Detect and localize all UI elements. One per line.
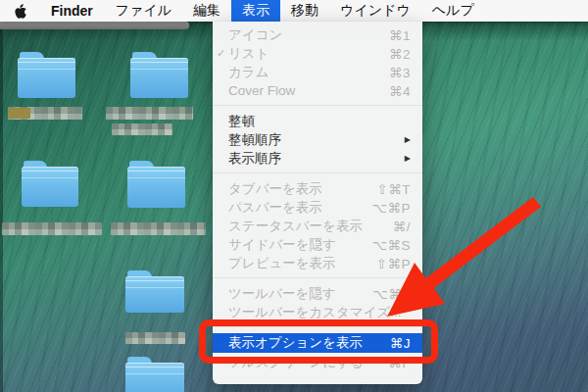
apple-menu[interactable] — [0, 0, 39, 22]
menu-item-label: 整頓順序 — [228, 131, 395, 149]
menu-item-shortcut: ⌘2 — [389, 46, 411, 62]
folder-body — [22, 167, 78, 207]
menu-item-shortcut: ⇧⌘P — [376, 256, 411, 271]
menubar-items: Finderファイル編集表示移動ウインドウヘルプ — [39, 0, 485, 22]
menu-item-shortcut: ⌘4 — [389, 83, 411, 99]
folder-body — [127, 167, 185, 208]
folder-body — [130, 58, 188, 98]
menu-item-label: 表示順序 — [228, 150, 395, 168]
screen: Finderファイル編集表示移動ウインドウヘルプ アイコン⌘1✓リスト⌘2カラム… — [0, 0, 588, 392]
annotation-highlight-box — [199, 319, 438, 364]
desktop-folder[interactable] — [127, 161, 185, 208]
menu-item-label: プレビューを表示 — [228, 255, 367, 272]
menu-item-label: タブバーを表示 — [228, 180, 367, 198]
menu-separator — [213, 105, 422, 106]
menu-item-show-status-bar: ステータスバーを表示⌘/ — [213, 217, 422, 235]
folder-body — [125, 363, 184, 392]
desktop-folder[interactable] — [125, 270, 184, 313]
menu-item-label: 整頓 — [228, 113, 411, 130]
folder-body — [18, 58, 75, 98]
menu-item-hide-toolbar: ツールバーを隠す⌥⌘T — [213, 284, 422, 303]
menu-item-shortcut: ⌥⌘T — [372, 286, 411, 302]
redacted-file-label — [111, 222, 206, 235]
submenu-arrow-icon: ▶ — [405, 154, 411, 163]
redacted-label-fragment — [8, 108, 30, 119]
menu-item-shortcut: ⌘1 — [389, 27, 411, 43]
desktop-folder[interactable] — [18, 52, 75, 98]
menu-item-label: Cover Flow — [228, 83, 379, 98]
wallpaper-left-edge — [0, 22, 3, 392]
menu-item-shortcut: ⇧⌘T — [376, 181, 411, 197]
menu-item-shortcut: ⌘3 — [389, 65, 411, 80]
submenu-arrow-icon: ▶ — [405, 135, 411, 144]
menu-item-label: ツールバーをカスタマイズ... — [228, 304, 411, 321]
menu-item-show-path-bar: パスバーを表示⌥⌘P — [213, 198, 422, 217]
folder-body — [125, 276, 184, 313]
redacted-file-label — [2, 222, 102, 235]
menubar-item-finder[interactable]: Finder — [39, 0, 105, 22]
redacted-file-label — [8, 107, 82, 120]
menu-item-label: サイドバーを隠す — [228, 236, 362, 254]
checkmark-icon: ✓ — [217, 47, 225, 60]
menubar-item-help[interactable]: ヘルプ — [421, 0, 485, 22]
menu-item-shortcut: ⌘/ — [393, 219, 411, 234]
menu-item-icon-view: アイコン⌘1 — [213, 25, 422, 44]
menu-item-shortcut: ⌥⌘S — [371, 237, 411, 253]
desktop-folder[interactable] — [125, 357, 184, 392]
menu-item-label: カラム — [228, 64, 379, 81]
menu-item-list-view: ✓リスト⌘2 — [213, 44, 422, 63]
menu-item-clean-up[interactable]: 整頓 — [213, 112, 422, 130]
menu-item-show-tab-bar: タブバーを表示⇧⌘T — [213, 179, 422, 198]
desktop-folder[interactable] — [130, 52, 188, 98]
redacted-file-label — [106, 107, 193, 120]
menubar-item-window[interactable]: ウインドウ — [329, 0, 421, 22]
menu-item-shortcut: ⌥⌘P — [371, 200, 411, 216]
desktop-folder[interactable] — [22, 161, 78, 207]
menu-item-hide-sidebar: サイドバーを隠す⌥⌘S — [213, 235, 422, 254]
menubar-item-edit[interactable]: 編集 — [182, 0, 231, 22]
redacted-file-label — [112, 123, 172, 135]
menu-item-label: ツールバーを隠す — [228, 285, 363, 303]
menu-item-show-preview: プレビューを表示⇧⌘P — [213, 254, 422, 272]
menu-item-label: リスト — [228, 45, 379, 63]
menu-item-sort-by[interactable]: 表示順序▶ — [213, 149, 422, 168]
menu-separator — [213, 277, 422, 278]
menubar-item-go[interactable]: 移動 — [280, 0, 329, 22]
apple-logo-icon — [15, 4, 27, 19]
menu-separator — [213, 172, 422, 173]
background-window-edge — [0, 22, 189, 29]
redacted-file-label — [125, 332, 185, 344]
menu-bar: Finderファイル編集表示移動ウインドウヘルプ — [0, 0, 588, 22]
menu-item-cover-flow: Cover Flow⌘4 — [213, 81, 422, 100]
menu-item-column-view: カラム⌘3 — [213, 63, 422, 81]
menubar-item-file[interactable]: ファイル — [105, 0, 182, 22]
menu-item-label: パスバーを表示 — [228, 199, 362, 217]
menubar-item-view[interactable]: 表示 — [231, 0, 280, 22]
menu-item-clean-up-by[interactable]: 整頓順序▶ — [213, 130, 422, 149]
menu-item-label: アイコン — [228, 26, 379, 44]
menu-item-label: ステータスバーを表示 — [228, 218, 383, 235]
